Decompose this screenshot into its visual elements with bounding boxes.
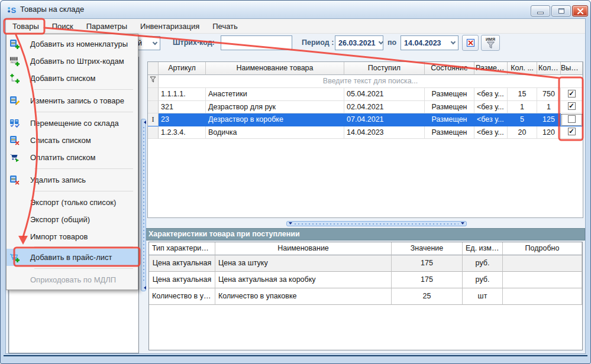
menu-item-add-to-pricelist[interactable]: Добавить в прайс-лист xyxy=(7,249,138,266)
restore-icon xyxy=(558,8,564,14)
checkbox-checked[interactable]: ✓ xyxy=(568,102,576,110)
select-checkbox-cell[interactable]: ✓ xyxy=(561,88,583,101)
menu-separator xyxy=(34,268,133,269)
menu-item-export-general[interactable]: Экспорт (общий) xyxy=(7,211,138,228)
goods-table-filter-row: Введите текст для поиска... xyxy=(148,75,583,88)
menu-item-pay-as-list[interactable]: Оплатить списком xyxy=(7,149,138,166)
cell: Размещен xyxy=(425,113,474,126)
goods-table-header: АртикулНаименование товараПоступилСостоя… xyxy=(148,62,583,75)
menu-item-add-from-nomenclature[interactable]: Добавить из номенклатуры xyxy=(7,35,138,53)
doc-move-icon xyxy=(9,118,20,128)
app-logo-icon: S xyxy=(7,4,18,15)
menu-item-import-goods[interactable]: Импорт товаров xyxy=(7,228,138,245)
menubar-item-2[interactable]: Поиск xyxy=(46,19,80,34)
menubar-item-1[interactable]: Товары xyxy=(6,19,46,34)
close-button[interactable] xyxy=(572,5,588,17)
period-label: Период : xyxy=(302,38,334,47)
char-table-row[interactable]: Количество в упа...Количество в упаковке… xyxy=(149,288,582,305)
column-header-8[interactable]: Выбор xyxy=(561,62,583,75)
minimize-button[interactable] xyxy=(531,5,550,17)
char-cell: шт xyxy=(463,288,503,305)
char-table-row[interactable]: Цена актуальнаяЦена актуальная за коробк… xyxy=(149,272,582,288)
row-indicator xyxy=(148,126,159,139)
cell: 120 xyxy=(537,126,561,139)
cell: 15 xyxy=(508,88,537,101)
menu-item-add-as-list[interactable]: Добавить списком xyxy=(7,70,138,87)
select-checkbox-cell[interactable]: ✓ xyxy=(561,126,583,139)
cart-add-icon xyxy=(9,252,20,262)
clear-filter-button[interactable] xyxy=(462,35,479,51)
char-column-header-3[interactable]: Значение xyxy=(392,242,463,255)
funnel-icon xyxy=(486,41,495,49)
date-to-value: 14.04.2023 xyxy=(404,39,441,47)
char-column-header-4[interactable]: Ед. измер. xyxy=(463,242,503,255)
char-cell: Цена актуальная xyxy=(149,272,215,288)
restore-button[interactable] xyxy=(551,5,571,17)
cell: Размещен xyxy=(425,88,474,101)
horizontal-splitter[interactable] xyxy=(286,221,467,226)
cell: 02.04.2021 xyxy=(344,101,425,114)
column-header-3[interactable]: Поступил xyxy=(344,62,425,75)
select-checkbox-cell[interactable] xyxy=(561,113,583,126)
menubar-item-4[interactable]: Инвентаризация xyxy=(134,19,206,34)
name-filter-button-label: ИМЯ xyxy=(486,37,495,41)
window-frame-line xyxy=(4,355,587,356)
name-filter-button[interactable]: ИМЯ xyxy=(481,35,500,51)
table-row[interactable]: 321Дезраствор для рук02.04.2021Размещен<… xyxy=(148,101,583,114)
menubar-item-3[interactable]: Параметры xyxy=(80,19,134,34)
checkbox-checked[interactable]: ✓ xyxy=(568,128,576,135)
no-icon xyxy=(9,232,20,242)
menu-item-label: Добавить из номенклатуры xyxy=(30,40,128,48)
menu-item-edit-item-record[interactable]: Изменить запись о товаре xyxy=(7,92,138,109)
menu-item-receive-by-mdlp[interactable]: Оприходовать по МДЛП xyxy=(7,271,138,288)
char-column-header-1[interactable]: Тип характеристики xyxy=(149,242,215,255)
row-indicator xyxy=(148,88,159,101)
vertical-splitter[interactable] xyxy=(141,119,146,291)
column-header-2[interactable]: Наименование товара xyxy=(206,62,344,75)
cell: <без у... xyxy=(474,101,508,114)
date-from-picker[interactable]: 26.03.2021 xyxy=(335,35,383,50)
menu-item-label: Добавить списком xyxy=(30,74,95,83)
no-icon xyxy=(9,275,20,285)
cell: 14.04.2023 xyxy=(344,126,425,139)
period-to-label: по xyxy=(387,38,396,47)
select-checkbox-cell[interactable]: ✓ xyxy=(561,101,583,114)
column-header-5[interactable]: Размещ... xyxy=(474,62,508,75)
checkbox-checked[interactable]: ✓ xyxy=(568,90,576,98)
char-column-header-2[interactable]: Наименование xyxy=(215,242,392,255)
char-table-row[interactable]: Цена актуальнаяЦена за штуку175руб. xyxy=(149,255,582,272)
date-to-picker[interactable]: 14.04.2023 xyxy=(401,35,458,50)
menu-item-move-from-warehouse[interactable]: Перемещение со склада xyxy=(7,115,138,132)
menu-item-writeoff-as-list[interactable]: Списать списком xyxy=(7,132,138,149)
column-header-4[interactable]: Состояние xyxy=(425,62,474,75)
menu-separator xyxy=(34,246,133,247)
menubar-item-5[interactable]: Печать xyxy=(206,19,244,34)
search-filter-input[interactable]: Введите текст для поиска... xyxy=(159,75,583,88)
cell: 1.2.3.4. xyxy=(159,126,206,139)
cell: 1.1.1.1. xyxy=(159,88,206,101)
char-column-header-5[interactable]: Подробно xyxy=(503,242,582,255)
char-cell xyxy=(503,272,582,288)
column-header-7[interactable]: Кол-... xyxy=(537,62,561,75)
column-header-6[interactable]: Кол. ... xyxy=(508,62,537,75)
characteristics-table-body: Цена актуальнаяЦена за штуку175руб.Цена … xyxy=(149,255,582,305)
menu-item-add-by-barcodes[interactable]: 78124Добавить по Штрих-кодам xyxy=(7,53,138,70)
chevron-down-icon xyxy=(153,40,157,44)
char-cell xyxy=(503,255,582,272)
barcode-input[interactable] xyxy=(221,35,292,50)
checkbox-unchecked[interactable] xyxy=(568,115,576,123)
cell: <без у... xyxy=(474,88,508,101)
char-cell: 175 xyxy=(392,255,463,272)
column-header-1[interactable]: Артикул xyxy=(159,62,206,75)
menu-item-label: Экспорт (общий) xyxy=(30,215,90,224)
table-row[interactable]: 1.2.3.4.Водичка14.04.2023Размещен<без у.… xyxy=(148,126,583,139)
menu-item-export-list-only[interactable]: Экспорт (только список) xyxy=(7,194,138,211)
table-row[interactable]: I23Дезраствор в коробке07.04.2021Размеще… xyxy=(148,113,583,126)
table-row[interactable]: 1.1.1.1.Анастетики05.04.2021Размещен<без… xyxy=(148,88,583,101)
barcode-add-icon: 78124 xyxy=(9,56,20,66)
chevron-down-icon xyxy=(378,40,383,44)
menu-item-delete-record[interactable]: Удалить запись xyxy=(7,171,138,188)
cell: 20 xyxy=(508,126,537,139)
cell: Дезраствор для рук xyxy=(206,101,344,114)
column-header-indicator[interactable] xyxy=(148,62,159,75)
